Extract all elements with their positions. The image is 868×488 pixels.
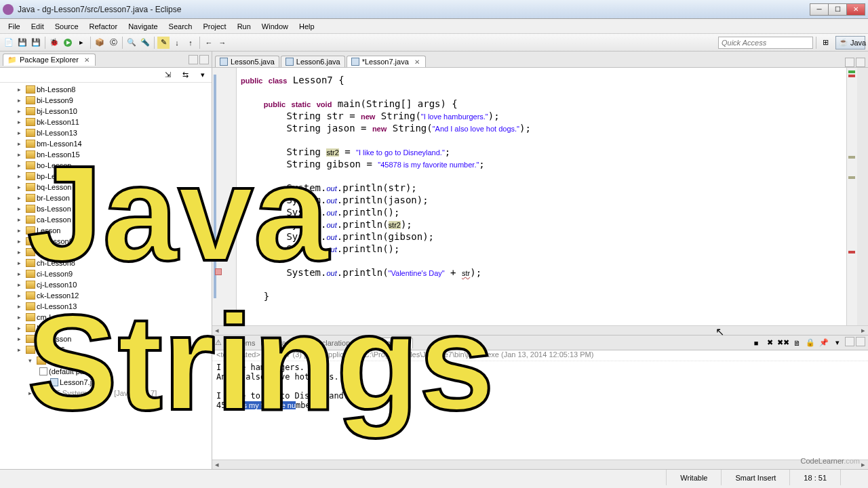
remove-launch-button[interactable]: ✖ [764,337,776,349]
link-with-editor-button[interactable]: ⇆ [179,69,191,81]
project-item[interactable]: cg-Lesson7 [1,247,210,258]
project-item[interactable]: bi-Lesson9 [1,95,210,106]
search-button[interactable]: 🔦 [139,37,151,49]
back-button[interactable]: ← [203,37,215,49]
java-perspective-button[interactable]: ☕ Java [835,36,865,49]
editor-tab-lesson6[interactable]: Lesson6.java [281,56,345,67]
scroll-lock-button[interactable]: 🔒 [804,337,816,349]
open-type-button[interactable]: 🔍 [125,37,138,49]
clear-console-button[interactable]: 🗎 [791,337,803,349]
close-console-icon[interactable]: ✕ [401,340,408,347]
display-selected-button[interactable]: ▾ [831,337,844,349]
project-item[interactable]: Lesson [1,225,210,236]
new-class-button[interactable]: Ⓒ [107,37,119,49]
editor-hscrollbar[interactable]: ◂▸ [212,325,868,335]
project-item[interactable]: bm-Lesson14 [1,138,210,149]
close-view-icon[interactable]: ✕ [84,56,91,64]
project-item[interactable]: ck-Lesson12 [1,290,210,301]
project-item[interactable]: bl-Lesson13 [1,127,210,138]
editor-tab-lesson7[interactable]: *Lesson7.java✕ [347,56,426,67]
code-editor[interactable]: public class Lesson7 { public static voi… [212,68,868,325]
next-annotation-button[interactable]: ↓ [171,37,183,49]
run-button[interactable] [62,37,74,49]
console-tab[interactable]: ▣Console✕ [355,338,412,348]
project-item[interactable]: bp-Lesson [1,171,210,182]
menu-help[interactable]: Help [294,21,320,32]
collapse-all-button[interactable]: ⇲ [161,69,174,81]
pin-console-button[interactable]: 📌 [818,337,830,349]
project-item[interactable]: ca-Lesson [1,214,210,225]
editor-tab-lesson5[interactable]: Lesson5.java [215,56,279,67]
project-item[interactable]: bs-Lesson [1,203,210,214]
console-output[interactable]: I love hamburgers. And I also love hot d… [212,361,868,460]
project-item[interactable]: cf-Lesson6 [1,236,210,247]
close-tab-icon[interactable]: ✕ [414,58,421,66]
run-last-button[interactable]: ▸ [75,37,87,49]
menu-project[interactable]: Project [197,21,231,32]
debug-button[interactable]: 🐞 [48,37,60,49]
src-folder[interactable]: src [1,355,210,366]
remove-all-button[interactable]: ✖✖ [777,337,789,349]
declaration-tab[interactable]: ◌Declaration [304,338,351,347]
project-item[interactable]: bh-Lesson8 [1,84,210,95]
maximize-button[interactable]: ☐ [828,3,847,16]
menu-search[interactable]: Search [163,21,198,32]
overview-ruler[interactable] [846,68,857,325]
project-item[interactable]: bj-Lesson10 [1,106,210,117]
minimize-button[interactable]: ─ [810,3,829,16]
error-marker-icon[interactable] [215,268,222,275]
project-item[interactable]: bo-Lesson [1,160,210,171]
project-item[interactable]: cm-Lesson [1,312,210,323]
project-item[interactable]: bn-Lesson15 [1,149,210,160]
folder-icon [26,302,35,310]
terminate-button[interactable]: ■ [750,337,762,349]
minimize-view-button[interactable] [189,55,198,64]
maximize-console-button[interactable] [856,337,865,346]
package-item[interactable]: (default package) [1,366,210,377]
new-package-button[interactable]: 📦 [94,37,106,49]
java-file-icon [220,58,228,66]
menu-source[interactable]: Source [50,21,84,32]
console-hscrollbar[interactable]: ◂▸ [212,460,868,469]
save-all-button[interactable]: 💾 [30,37,42,49]
jre-library-item[interactable]: JRE System Library [JavaSE-1.7] [1,388,210,399]
menubar: File Edit Source Refactor Navigate Searc… [0,19,868,34]
project-item[interactable]: ci-Lesson9 [1,268,210,279]
project-item[interactable]: de-Lesson [1,333,210,344]
package-tree[interactable]: bh-Lesson8 bi-Lesson9 bj-Lesson10 bk-Les… [0,83,212,469]
forward-button[interactable]: → [216,37,229,49]
project-item[interactable]: bq-Lesson [1,182,210,192]
code-text-area[interactable]: public class Lesson7 { public static voi… [237,68,846,325]
package-explorer-tab[interactable]: 📁 Package Explorer ✕ [3,54,96,66]
maximize-view-button[interactable] [199,55,209,64]
javadoc-tab[interactable]: @Javadoc [260,339,298,347]
prev-annotation-button[interactable]: ↑ [184,37,197,49]
perspective-label: Java [850,39,866,47]
minimize-console-button[interactable] [845,337,854,346]
project-item[interactable]: br-Lesson [1,192,210,203]
project-item[interactable]: cj-Lesson10 [1,279,210,290]
project-item[interactable]: Lesson6 [1,344,210,355]
java-file-item[interactable]: Lesson7.java [1,377,210,388]
quick-access-input[interactable] [718,37,813,49]
new-button[interactable]: 📄 [3,37,15,49]
project-item[interactable]: bk-Lesson11 [1,117,210,127]
editor-vscrollbar[interactable] [857,68,868,325]
toggle-mark-button[interactable]: ✎ [157,37,170,49]
close-button[interactable]: ✕ [846,3,865,16]
menu-refactor[interactable]: Refactor [84,21,123,32]
open-perspective-button[interactable]: ⊞ [819,37,831,49]
problems-tab[interactable]: ⚠Problems [215,338,255,347]
save-button[interactable]: 💾 [16,37,28,49]
menu-file[interactable]: File [3,21,26,32]
view-menu-button[interactable]: ▾ [197,69,209,81]
project-item[interactable]: cl-Lesson13 [1,301,210,312]
menu-window[interactable]: Window [256,21,294,32]
menu-run[interactable]: Run [232,21,256,32]
minimize-editor-button[interactable] [845,58,854,67]
menu-edit[interactable]: Edit [26,21,50,32]
menu-navigate[interactable]: Navigate [123,21,163,32]
project-item[interactable]: ch-Lesson8 [1,258,210,268]
maximize-editor-button[interactable] [856,58,865,67]
project-item[interactable]: Lesson [1,323,210,333]
